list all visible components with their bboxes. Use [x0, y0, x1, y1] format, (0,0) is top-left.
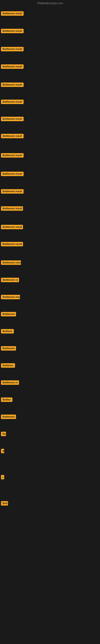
list-item: Bottleneck result: [1, 242, 23, 247]
list-item: Bottleneck result: [1, 117, 24, 122]
bottleneck-result-badge[interactable]: Bottleneck result: [1, 47, 24, 51]
list-item: Bottlen: [1, 398, 12, 403]
list-item: Bottleneck result: [1, 82, 24, 88]
bottleneck-result-badge[interactable]: Bottleneck result: [1, 117, 24, 121]
list-item: Bottleneck result: [1, 260, 21, 266]
bottleneck-result-badge[interactable]: Bottleneck re: [1, 278, 19, 282]
bottleneck-result-badge[interactable]: Bottleneck result: [1, 82, 24, 87]
list-item: Bottleneck result: [1, 153, 24, 158]
list-item: Bottleneck result: [1, 189, 24, 194]
list-item: |: [1, 475, 4, 480]
bottleneck-result-badge[interactable]: Bottleneck result: [1, 206, 23, 211]
list-item: Bottleneck re: [1, 278, 19, 283]
bottleneck-result-badge[interactable]: Bottleneck: [1, 414, 16, 419]
bottleneck-result-badge[interactable]: Bottleneck result: [1, 172, 24, 176]
list-item: Bottleneck result: [1, 11, 24, 16]
bottleneck-result-badge[interactable]: Bottleneck result: [1, 11, 24, 16]
bottleneck-result-badge[interactable]: Bottleneck: [1, 312, 16, 316]
list-item: Bottleneck result: [1, 100, 24, 105]
list-item: Bottleneck result: [1, 47, 24, 52]
site-title: TheBottlenecker.com: [0, 0, 100, 6]
bottleneck-result-badge[interactable]: B: [1, 449, 4, 453]
list-item: Bottleneck re: [1, 380, 19, 386]
list-item: Bottleneck resul: [1, 295, 20, 300]
list-item: Bottleneck result: [1, 29, 24, 34]
bottleneck-result-badge[interactable]: Bottleneck result: [1, 242, 23, 246]
bottleneck-result-badge[interactable]: |: [1, 475, 4, 480]
bottleneck-result-badge[interactable]: Bottleneck resul: [1, 295, 20, 299]
bottleneck-result-badge[interactable]: Bottleneck result: [1, 189, 24, 194]
list-item: Bottlenec: [1, 363, 15, 368]
list-item: Bottleneck result: [1, 64, 24, 70]
bottleneck-result-badge[interactable]: Bott: [1, 501, 8, 506]
bottleneck-result-badge[interactable]: Bottleneck: [1, 346, 16, 350]
bottleneck-result-badge[interactable]: Bo: [1, 432, 6, 436]
bottleneck-result-badge[interactable]: Bottleneck result: [1, 29, 24, 33]
list-item: Bottleneck result: [1, 225, 23, 230]
bottleneck-result-badge[interactable]: Bottlene: [1, 329, 14, 334]
list-item: Bottleneck result: [1, 134, 24, 139]
list-item: B: [1, 449, 4, 454]
list-item: Bott: [1, 501, 8, 506]
bottleneck-result-badge[interactable]: Bottlen: [1, 398, 12, 402]
list-item: Bottleneck result: [1, 172, 24, 177]
bottleneck-result-badge[interactable]: Bottleneck result: [1, 64, 24, 69]
list-item: Bottlene: [1, 329, 14, 334]
list-item: Bottleneck: [1, 346, 16, 352]
bottleneck-result-badge[interactable]: Bottleneck result: [1, 134, 24, 138]
list-item: Bottleneck: [1, 414, 16, 420]
list-item: Bottleneck result: [1, 206, 23, 212]
bottleneck-result-badge[interactable]: Bottleneck result: [1, 225, 23, 229]
list-item: Bottleneck: [1, 312, 16, 317]
bottleneck-result-badge[interactable]: Bottleneck result: [1, 260, 21, 265]
bottleneck-result-badge[interactable]: Bottleneck result: [1, 153, 24, 158]
bottleneck-result-badge[interactable]: Bottlenec: [1, 363, 15, 368]
bottleneck-result-badge[interactable]: Bottleneck result: [1, 100, 24, 104]
list-item: Bo: [1, 432, 6, 437]
bottleneck-result-badge[interactable]: Bottleneck re: [1, 380, 19, 385]
